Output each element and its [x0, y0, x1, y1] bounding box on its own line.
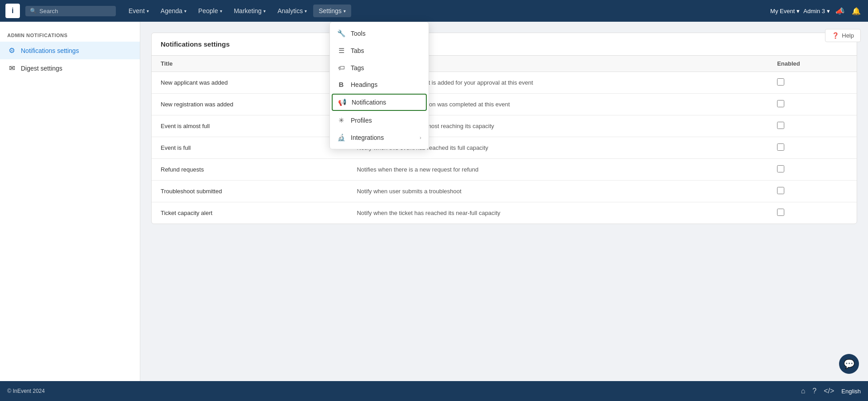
- gear-icon: ⚙: [7, 46, 16, 55]
- search-input[interactable]: [39, 8, 111, 14]
- enabled-checkbox[interactable]: [777, 100, 784, 107]
- cell-title: Troubleshoot submitted: [152, 181, 348, 202]
- cell-enabled: [768, 202, 857, 224]
- table-row: Refund requests Notifies when there is a…: [152, 159, 857, 181]
- settings-dropdown-menu: 🔧 Tools ☰ Tabs 🏷 Tags B Headings 📢 Notif…: [329, 22, 429, 149]
- chevron-right-icon: ›: [420, 135, 421, 140]
- col-header-enabled: Enabled: [768, 56, 857, 72]
- enabled-checkbox[interactable]: [777, 143, 784, 151]
- table-row: Event is full Notify when this event has…: [152, 137, 857, 159]
- dropdown-item-notifications[interactable]: 📢 Notifications: [332, 94, 427, 111]
- cell-title: Ticket capacity alert: [152, 202, 348, 224]
- main-content: ❓ Help Notifications settings Title Desc…: [140, 22, 868, 381]
- my-event-dropdown[interactable]: My Event ▾: [770, 8, 800, 14]
- nav-item-settings[interactable]: Settings ▾: [313, 5, 351, 17]
- sidebar-item-notifications-settings[interactable]: ⚙ Notifications settings: [0, 42, 140, 59]
- tabs-icon: ☰: [337, 47, 345, 55]
- main-layout: ADMIN NOTIFICATIONS ⚙ Notifications sett…: [0, 22, 868, 381]
- cell-title: Event is almost full: [152, 115, 348, 137]
- nav-item-agenda[interactable]: Agenda ▾: [155, 5, 192, 17]
- table-row: Event is almost full Notify when this ev…: [152, 115, 857, 137]
- cell-enabled: [768, 94, 857, 115]
- nav-item-marketing[interactable]: Marketing ▾: [229, 5, 271, 17]
- table-row: New applicant was added Notify when a ne…: [152, 72, 857, 94]
- enabled-checkbox[interactable]: [777, 78, 784, 86]
- dropdown-item-tools[interactable]: 🔧 Tools: [330, 25, 429, 42]
- cell-description: Notify when user submits a troubleshoot: [348, 181, 768, 202]
- chat-icon: 💬: [844, 358, 855, 369]
- headings-icon: B: [337, 81, 345, 88]
- nav-right: My Event ▾ Admin 3 ▾ 📣 🔔: [770, 5, 863, 17]
- col-header-title: Title: [152, 56, 348, 72]
- cell-title: Event is full: [152, 137, 348, 159]
- cell-enabled: [768, 72, 857, 94]
- profiles-icon: ✳: [337, 116, 345, 124]
- chevron-down-icon: ▾: [827, 8, 830, 14]
- top-navigation: i 🔍 Event ▾ Agenda ▾ People ▾ Marketing …: [0, 0, 868, 22]
- question-icon[interactable]: ?: [812, 387, 816, 395]
- dropdown-item-tabs[interactable]: ☰ Tabs: [330, 42, 429, 59]
- cell-description: Notify when the ticket has reached its n…: [348, 202, 768, 224]
- copyright-text: © InEvent 2024: [7, 388, 801, 394]
- notifications-table: Title Description Enabled New applicant …: [152, 56, 857, 224]
- bell-icon[interactable]: 🔔: [850, 5, 863, 17]
- chat-bubble[interactable]: 💬: [839, 354, 859, 374]
- sidebar-item-digest-settings[interactable]: ✉ Digest settings: [0, 59, 140, 77]
- table-row: New registration was added Notify when a…: [152, 94, 857, 115]
- chevron-down-icon: ▾: [263, 9, 266, 14]
- enabled-checkbox[interactable]: [777, 122, 784, 129]
- chevron-down-icon: ▾: [796, 8, 800, 14]
- chevron-down-icon: ▾: [147, 9, 149, 14]
- enabled-checkbox[interactable]: [777, 209, 784, 216]
- cell-enabled: [768, 115, 857, 137]
- cell-title: Refund requests: [152, 159, 348, 181]
- integrations-icon: 🔬: [337, 134, 345, 142]
- home-icon[interactable]: ⌂: [801, 387, 806, 395]
- enabled-checkbox[interactable]: [777, 165, 784, 172]
- tags-icon: 🏷: [337, 64, 345, 72]
- nav-item-event[interactable]: Event ▾: [123, 5, 154, 17]
- cell-enabled: [768, 159, 857, 181]
- logo[interactable]: i: [5, 4, 20, 18]
- announcements-icon[interactable]: 📣: [834, 5, 846, 17]
- nav-item-analytics[interactable]: Analytics ▾: [272, 5, 312, 17]
- chevron-down-icon: ▾: [184, 9, 186, 14]
- cell-title: New registration was added: [152, 94, 348, 115]
- chevron-down-icon: ▾: [343, 9, 346, 14]
- help-icon: ❓: [832, 32, 839, 39]
- chevron-down-icon: ▾: [220, 9, 222, 14]
- cell-enabled: [768, 181, 857, 202]
- envelope-icon: ✉: [7, 64, 16, 72]
- nav-item-people[interactable]: People ▾: [193, 5, 228, 17]
- search-icon: 🔍: [30, 8, 37, 14]
- notifications-icon: 📢: [338, 98, 346, 106]
- sidebar: ADMIN NOTIFICATIONS ⚙ Notifications sett…: [0, 22, 140, 381]
- table-row: Ticket capacity alert Notify when the ti…: [152, 202, 857, 224]
- dropdown-item-headings[interactable]: B Headings: [330, 76, 429, 93]
- help-button[interactable]: ❓ Help: [825, 29, 861, 42]
- tools-icon: 🔧: [337, 29, 345, 38]
- admin-dropdown[interactable]: Admin 3 ▾: [803, 8, 830, 14]
- table-title: Notifications settings: [152, 33, 857, 56]
- footer-icons: ⌂ ? </> English: [801, 387, 861, 395]
- language-selector[interactable]: English: [841, 388, 861, 395]
- notifications-table-container: Notifications settings Title Description…: [151, 33, 857, 224]
- search-box[interactable]: 🔍: [25, 6, 116, 16]
- cell-description: Notifies when there is a new request for…: [348, 159, 768, 181]
- dropdown-item-profiles[interactable]: ✳ Profiles: [330, 112, 429, 129]
- code-icon[interactable]: </>: [824, 387, 834, 395]
- footer: © InEvent 2024 ⌂ ? </> English: [0, 381, 868, 401]
- cell-enabled: [768, 137, 857, 159]
- chevron-down-icon: ▾: [305, 9, 307, 14]
- dropdown-item-integrations[interactable]: 🔬 Integrations ›: [330, 129, 429, 146]
- dropdown-item-tags[interactable]: 🏷 Tags: [330, 59, 429, 76]
- table-row: Troubleshoot submitted Notify when user …: [152, 181, 857, 202]
- enabled-checkbox[interactable]: [777, 187, 784, 194]
- sidebar-section-title: ADMIN NOTIFICATIONS: [0, 29, 140, 42]
- cell-title: New applicant was added: [152, 72, 348, 94]
- nav-items: Event ▾ Agenda ▾ People ▾ Marketing ▾ An…: [123, 5, 770, 17]
